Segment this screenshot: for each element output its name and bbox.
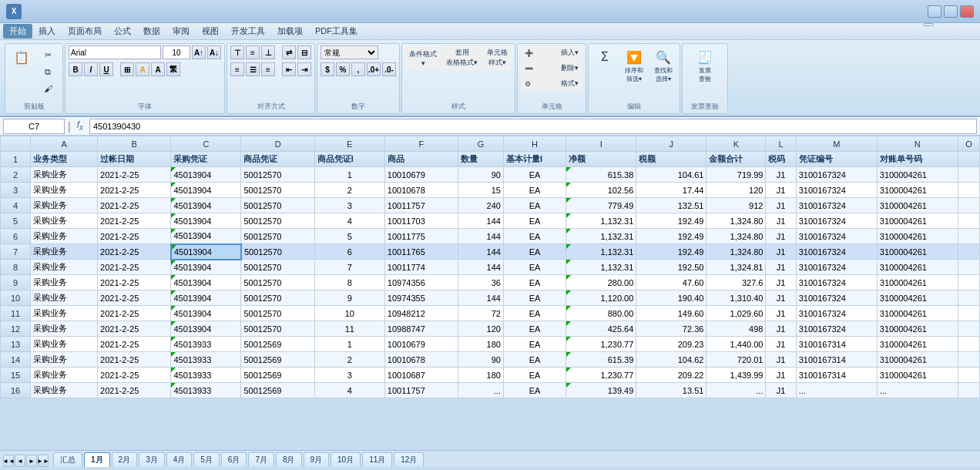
cell[interactable]: J1 bbox=[766, 167, 796, 183]
cell[interactable]: 2021-2-25 bbox=[98, 275, 171, 290]
menu-item-addins[interactable]: 加载项 bbox=[271, 24, 309, 39]
cell[interactable]: 8 bbox=[1, 260, 31, 275]
font-name-input[interactable] bbox=[69, 45, 161, 59]
cell[interactable]: 6 bbox=[314, 244, 384, 260]
cell[interactable]: 7 bbox=[1, 244, 31, 260]
cell[interactable]: 45013904 bbox=[171, 306, 241, 321]
cell[interactable]: 6 bbox=[1, 229, 31, 244]
cell[interactable]: 1,230.77 bbox=[566, 368, 636, 383]
align-top-button[interactable]: ⊤ bbox=[230, 45, 244, 59]
cell[interactable]: 2021-2-25 bbox=[98, 337, 171, 352]
cell[interactable] bbox=[958, 352, 979, 368]
cell[interactable]: 采购业务 bbox=[31, 337, 98, 352]
indent-less-button[interactable]: ⇤ bbox=[282, 62, 296, 76]
cell[interactable]: 1 bbox=[314, 167, 384, 183]
cell[interactable]: J1 bbox=[766, 306, 796, 321]
cell[interactable]: 10011757 bbox=[384, 198, 458, 213]
cell[interactable]: 10988747 bbox=[384, 321, 458, 337]
cell[interactable]: 45013904 bbox=[171, 183, 241, 198]
cell[interactable]: 50012569 bbox=[241, 352, 314, 368]
cell[interactable]: J1 bbox=[766, 321, 796, 337]
nav-last[interactable]: ►► bbox=[38, 455, 49, 467]
cell[interactable]: 880.00 bbox=[566, 306, 636, 321]
cell[interactable]: 采购业务 bbox=[31, 167, 98, 183]
sheet-tab-jul[interactable]: 7月 bbox=[248, 452, 274, 467]
cell[interactable]: EA bbox=[503, 337, 566, 352]
cell[interactable] bbox=[958, 321, 979, 337]
cell[interactable]: 10011774 bbox=[384, 260, 458, 275]
cell[interactable]: 50012570 bbox=[241, 275, 314, 290]
cell[interactable]: EA bbox=[503, 275, 566, 290]
sheet-tab-mar[interactable]: 3月 bbox=[139, 452, 165, 467]
cell[interactable]: 3100004261 bbox=[877, 244, 958, 260]
cell[interactable]: 1,029.60 bbox=[706, 306, 766, 321]
cell[interactable]: 8 bbox=[314, 275, 384, 290]
cell[interactable]: 190.40 bbox=[636, 290, 706, 306]
cell[interactable]: EA bbox=[503, 352, 566, 368]
cell[interactable]: 50012570 bbox=[241, 306, 314, 321]
cell[interactable]: EA bbox=[503, 244, 566, 260]
cell[interactable] bbox=[958, 229, 979, 244]
cell[interactable]: 净额 bbox=[566, 152, 636, 167]
cell[interactable]: 45013904 bbox=[171, 260, 241, 275]
cell[interactable]: 45013904 bbox=[171, 167, 241, 183]
cell[interactable]: 2 bbox=[314, 183, 384, 198]
cell[interactable]: 3100167324 bbox=[796, 306, 877, 321]
cell[interactable]: 商品凭证I bbox=[314, 152, 384, 167]
cell[interactable]: 3100167324 bbox=[796, 213, 877, 229]
cell[interactable] bbox=[958, 198, 979, 213]
font-size-input[interactable] bbox=[163, 45, 190, 59]
cell[interactable]: 2021-2-25 bbox=[98, 229, 171, 244]
cell[interactable]: 10011765 bbox=[384, 244, 458, 260]
cell[interactable]: 139.49 bbox=[566, 383, 636, 398]
cut-button[interactable]: ✂ bbox=[36, 47, 59, 62]
cell[interactable]: 13 bbox=[1, 337, 31, 352]
cell[interactable]: 对账单号码 bbox=[877, 152, 958, 167]
col-header-k[interactable]: K bbox=[706, 136, 766, 152]
cell[interactable]: EA bbox=[503, 198, 566, 213]
cell[interactable]: 90 bbox=[458, 167, 504, 183]
align-center-button[interactable]: ☰ bbox=[246, 62, 260, 76]
format-button[interactable]: ⚙ 格式▾ bbox=[521, 76, 582, 91]
cell[interactable]: 凭证编号 bbox=[796, 152, 877, 167]
sheet-tab-sep[interactable]: 9月 bbox=[304, 452, 330, 467]
cell[interactable]: 4 bbox=[314, 383, 384, 398]
cell[interactable]: 3100004261 bbox=[877, 337, 958, 352]
cell[interactable]: 2021-2-25 bbox=[98, 213, 171, 229]
cell[interactable]: 50012570 bbox=[241, 167, 314, 183]
cell[interactable]: 税额 bbox=[636, 152, 706, 167]
cell[interactable]: 16 bbox=[1, 383, 31, 398]
cell[interactable]: 209.23 bbox=[636, 337, 706, 352]
cell[interactable]: 10010687 bbox=[384, 368, 458, 383]
cell[interactable]: EA bbox=[503, 383, 566, 398]
window-controls[interactable] bbox=[928, 5, 974, 18]
cell[interactable]: 1,324.80 bbox=[706, 229, 766, 244]
cell[interactable]: 1,324.80 bbox=[706, 244, 766, 260]
cell[interactable]: 50012570 bbox=[241, 321, 314, 337]
cell[interactable]: 3100004261 bbox=[877, 275, 958, 290]
border-button[interactable]: ⊞ bbox=[120, 62, 134, 76]
grid-wrapper[interactable]: A B C D E F G H I J K L M N O bbox=[0, 136, 980, 450]
cell[interactable] bbox=[958, 213, 979, 229]
wrap-text-button[interactable]: ⇌ bbox=[282, 45, 296, 59]
col-header-d[interactable]: D bbox=[241, 136, 314, 152]
cell[interactable]: 149.60 bbox=[636, 306, 706, 321]
sheet-nav[interactable]: ◄◄ ◄ ► ►► bbox=[3, 455, 49, 467]
cell[interactable]: 50012570 bbox=[241, 244, 314, 260]
cell[interactable]: 采购业务 bbox=[31, 198, 98, 213]
cell[interactable]: 36 bbox=[458, 275, 504, 290]
cell[interactable]: J1 bbox=[766, 368, 796, 383]
cell[interactable]: J1 bbox=[766, 290, 796, 306]
cell[interactable]: 192.49 bbox=[636, 213, 706, 229]
cell[interactable]: 15 bbox=[1, 368, 31, 383]
cell[interactable]: 144 bbox=[458, 213, 504, 229]
cell[interactable]: 10 bbox=[1, 290, 31, 306]
minimize-button[interactable] bbox=[928, 5, 941, 18]
cell[interactable]: 3100167314 bbox=[796, 337, 877, 352]
cell[interactable]: ... bbox=[458, 383, 504, 398]
cell[interactable]: 132.51 bbox=[636, 198, 706, 213]
cell[interactable]: 45013933 bbox=[171, 337, 241, 352]
cell[interactable]: 数量 bbox=[458, 152, 504, 167]
cell[interactable]: J1 bbox=[766, 275, 796, 290]
menu-item-start[interactable]: 开始 bbox=[3, 24, 32, 39]
